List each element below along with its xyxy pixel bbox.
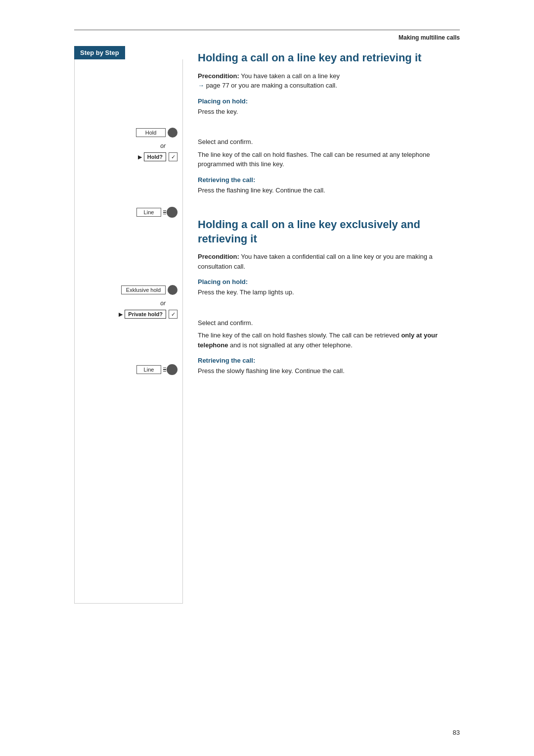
info-text-2-part2: and is not signalled at any other teleph… (228, 341, 353, 349)
instruction-select-confirm-1: Select and confirm. (198, 137, 460, 147)
private-hold-menu-item[interactable]: Private hold? (125, 310, 166, 319)
exklusive-hold-key-button[interactable]: Exklusive hold (121, 285, 166, 294)
hold-check-box[interactable]: ✓ (169, 152, 178, 161)
flash-mark-2a (163, 368, 166, 369)
instruction-flashing-2: Press the slowly flashing line key. Cont… (198, 366, 460, 376)
section1-precondition: Precondition: You have taken a call on a… (198, 71, 460, 91)
instruction-flashing-1: Press the flashing line key. Continue th… (198, 186, 460, 195)
or-row-2: or (75, 300, 178, 307)
menu-arrow-1: ▶ (138, 154, 142, 160)
flash-container-2 (163, 364, 178, 375)
precondition-text-1: You have taken a call on a line key (241, 72, 340, 80)
retrieving-label-1: Retrieving the call: (198, 176, 460, 184)
precondition-arrow-1: → (198, 82, 204, 89)
page-number: 83 (453, 729, 460, 736)
flash-mark-1a (163, 210, 166, 211)
exklusive-hold-circle (168, 285, 178, 295)
info-text-1: The line key of the call on hold flashes… (198, 150, 460, 169)
precondition-pageref-1: page 77 or you are making a consultation… (206, 82, 337, 89)
section2-precondition: Precondition: You have taken a confident… (198, 252, 460, 271)
check-symbol-1: ✓ (171, 154, 176, 160)
precondition-label-2: Precondition: (198, 253, 239, 260)
info-text-2-part1: The line key of the call on hold flashes… (198, 331, 401, 339)
placing-on-hold-label-1: Placing on hold: (198, 97, 460, 105)
check-symbol-2: ✓ (171, 311, 176, 318)
instruction-press-key-1: Press the key. (198, 107, 460, 117)
line-key-row-1: Line (75, 207, 178, 218)
page-container: Making multiline calls Step by Step Hold… (0, 0, 534, 756)
flash-circle-2 (167, 364, 178, 375)
private-hold-menu-row: ▶ Private hold? ✓ (75, 310, 178, 319)
flash-marks-1 (163, 210, 166, 215)
placing-on-hold-label-2: Placing on hold: (198, 278, 460, 285)
step-by-step-label: Step by Step (74, 46, 125, 59)
main-content: Step by Step Hold or ▶ Hold? ✓ (74, 46, 460, 604)
flash-circle-1 (167, 207, 178, 218)
menu-arrow-2: ▶ (119, 311, 123, 318)
hold-key-button[interactable]: Hold (136, 128, 166, 137)
line-key-row-2: Line (75, 364, 178, 375)
or-row-1: or (75, 142, 178, 149)
flash-mark-2c (163, 371, 166, 372)
header-rule (74, 30, 460, 30)
hold-key-row: Hold (75, 128, 178, 138)
hold-menu-item[interactable]: Hold? (144, 152, 166, 161)
flash-mark-2b (163, 369, 166, 370)
right-column: Holding a call on a line key and retriev… (183, 46, 460, 604)
line-key-button-1[interactable]: Line (136, 208, 161, 217)
hold-key-circle (168, 128, 178, 138)
instruction-press-key-2: Press the key. The lamp lights up. (198, 287, 460, 297)
precondition-label-1: Precondition: (198, 72, 239, 80)
private-hold-check-box[interactable]: ✓ (169, 310, 178, 319)
flash-mark-1b (163, 212, 166, 213)
flash-mark-1c (163, 214, 166, 215)
flash-container-1 (163, 207, 178, 218)
flash-marks-2 (163, 368, 166, 372)
section1-title: Holding a call on a line key and retriev… (198, 51, 460, 65)
left-col-content: Hold or ▶ Hold? ✓ Line (74, 59, 183, 604)
instruction-select-confirm-2: Select and confirm. (198, 318, 460, 328)
section2-title: Holding a call on a line key exclusively… (198, 218, 460, 246)
exklusive-hold-key-row: Exklusive hold (75, 285, 178, 295)
hold-menu-row: ▶ Hold? ✓ (75, 152, 178, 161)
retrieving-label-2: Retrieving the call: (198, 357, 460, 364)
line-key-button-2[interactable]: Line (136, 365, 161, 374)
info-text-2: The line key of the call on hold flashes… (198, 331, 460, 350)
header-title: Making multiline calls (399, 34, 460, 41)
or-spacer-2 (198, 300, 460, 318)
section-spacer (198, 198, 460, 213)
header-section: Making multiline calls (74, 33, 460, 41)
left-column: Step by Step Hold or ▶ Hold? ✓ (74, 46, 183, 604)
or-spacer-1 (198, 119, 460, 137)
